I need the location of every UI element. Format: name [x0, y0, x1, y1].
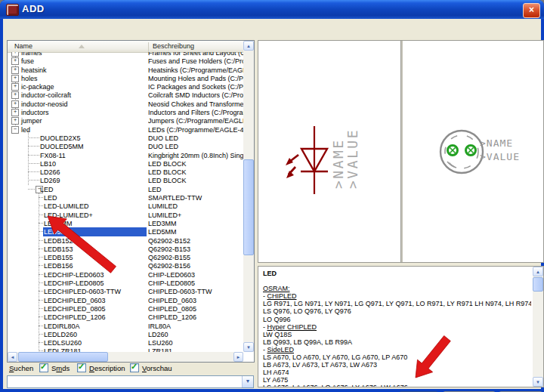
- tree-item[interactable]: FX08-11: [39, 151, 147, 159]
- scrollbar-thumb[interactable]: [18, 352, 108, 362]
- tree-row[interactable]: +inductorsInductors and Filters (C:/Prog…: [8, 108, 243, 116]
- expand-icon[interactable]: +: [11, 66, 19, 74]
- tree-row[interactable]: LEDLZR181LZR181: [8, 347, 243, 352]
- tree-item[interactable]: DUOLED5MM: [39, 142, 147, 150]
- tree-row[interactable]: +fuseFuses and Fuse Holders (C:/Programm: [8, 57, 243, 65]
- collapse-icon[interactable]: −: [11, 126, 19, 134]
- tree-row[interactable]: LEDCHIP-LED0603CHIP-LED0603: [8, 270, 243, 279]
- tree-item[interactable]: LED: [43, 193, 147, 202]
- tree-row[interactable]: LEDCHIPLED_0603CHIPLED_0603: [8, 296, 243, 304]
- scroll-left-icon[interactable]: ◄: [8, 352, 17, 362]
- expand-icon[interactable]: +: [11, 83, 19, 91]
- tree-row[interactable]: +inductor-neosidNeosid Chokes and Transf…: [8, 100, 243, 108]
- tree-row[interactable]: +jumperJumpers (C:/Programme/EAGLE-4.16r…: [8, 116, 243, 125]
- tree-item[interactable]: LED: [39, 185, 147, 193]
- tree-item[interactable]: LED-LUMILED+: [43, 211, 147, 219]
- tree-item[interactable]: jumper: [20, 116, 147, 125]
- search-combobox[interactable]: ▼: [7, 375, 254, 388]
- tree-row[interactable]: LEDSMARTLED-TTW: [8, 193, 243, 202]
- tree-item[interactable]: LEDCHIP-LED0603: [43, 270, 147, 279]
- column-header-name[interactable]: Name: [14, 42, 32, 50]
- checkbox-description[interactable]: ✓: [77, 363, 86, 372]
- scroll-right-icon[interactable]: ►: [233, 352, 243, 362]
- tree-row[interactable]: LEDLD260LD260: [8, 330, 243, 338]
- tree-item[interactable]: LEDCHIP-LED0805: [43, 279, 147, 287]
- expand-icon[interactable]: +: [11, 57, 19, 65]
- tree-item[interactable]: holes: [20, 74, 147, 82]
- tree-row[interactable]: LEDB156Q62902-B156: [8, 261, 243, 270]
- tree-item[interactable]: LEDCHIPLED-0603-TTW: [43, 287, 147, 295]
- tree-row[interactable]: LEDCHIPLED_0805CHIPLED_0805: [8, 304, 243, 313]
- close-button[interactable]: ×: [523, 3, 540, 18]
- tree-vertical-scrollbar[interactable]: ▲ ▼: [243, 41, 254, 352]
- tree-row[interactable]: DUOLED2X5DUO LED: [8, 134, 243, 142]
- scroll-down-icon[interactable]: ▼: [243, 342, 254, 352]
- tree-row[interactable]: LB10LED BLOCK: [8, 159, 243, 168]
- tree-row[interactable]: −ledLEDs (C:/Programme/EAGLE-4.16r1/lb: [8, 125, 243, 134]
- scrollbar-thumb[interactable]: [243, 159, 254, 255]
- checkbox-vorschau[interactable]: ✓: [130, 363, 139, 372]
- scroll-up-icon[interactable]: ▲: [243, 41, 254, 51]
- tree-item[interactable]: LEDCHIPLED_0603: [43, 296, 147, 304]
- tree-row[interactable]: LEDLSU260LSU260: [8, 338, 243, 347]
- tree-row[interactable]: LEDB153Q62902-B153: [8, 245, 243, 253]
- tree-item[interactable]: LEDB152: [43, 236, 147, 245]
- tree-item[interactable]: LEDB156: [43, 261, 147, 270]
- tree-item[interactable]: LEDIRL80A: [43, 322, 147, 330]
- tree-item[interactable]: ic-package: [20, 82, 147, 91]
- expand-icon[interactable]: +: [11, 75, 19, 82]
- expand-icon[interactable]: +: [11, 52, 19, 57]
- checkbox-smds[interactable]: ✓: [39, 363, 48, 372]
- tree-row[interactable]: LEDIRL80AIRL80A: [8, 322, 243, 330]
- tree-row[interactable]: LEDCHIP-LED0805CHIP-LED0805: [8, 279, 243, 287]
- tree-item[interactable]: inductors: [20, 108, 147, 116]
- scroll-up-icon[interactable]: ▲: [533, 267, 543, 276]
- tree-item[interactable]: fuse: [20, 57, 147, 65]
- tree-item[interactable]: DUOLED2X5: [39, 134, 147, 142]
- tree-row[interactable]: LED-LUMILED+LUMILED+: [8, 211, 243, 219]
- tree-item[interactable]: LED3MM: [43, 219, 147, 227]
- tree-item[interactable]: inductor-coilcraft: [20, 91, 147, 99]
- expand-icon[interactable]: +: [11, 109, 19, 116]
- tree-row[interactable]: −LEDLED: [8, 185, 243, 193]
- tree-row[interactable]: LD269LED BLOCK: [8, 176, 243, 184]
- tree-row[interactable]: +holesMounting Holes and Pads (C:/Progra…: [8, 74, 243, 82]
- tree-row[interactable]: LEDCHIPLED_1206CHIPLED_1206: [8, 313, 243, 321]
- tree-row[interactable]: +heatsinkHeatsinks (C:/Programme/EAGLE-4…: [8, 66, 243, 74]
- column-header-description[interactable]: Beschreibung: [148, 42, 194, 52]
- tree-row[interactable]: +ic-packageIC Packages and Sockets (C:/P…: [8, 82, 243, 91]
- tree-item-selected[interactable]: LED5MM: [43, 227, 147, 236]
- tree-item[interactable]: inductor-neosid: [20, 100, 147, 108]
- tree-item[interactable]: LEDCHIPLED_0805: [43, 304, 147, 313]
- tree-horizontal-scrollbar[interactable]: ◄ ►: [8, 352, 243, 362]
- tree-item[interactable]: LD269: [39, 176, 147, 184]
- expand-icon[interactable]: +: [11, 91, 19, 99]
- tree-item[interactable]: LB10: [39, 159, 147, 168]
- tree-item[interactable]: LEDB153: [43, 245, 147, 253]
- tree-row[interactable]: FX08-11Kingbright 20mm (0.8Inch) Single …: [8, 151, 243, 159]
- expand-icon[interactable]: +: [11, 117, 19, 125]
- tree-row[interactable]: LEDCHIPLED-0603-TTWCHIPLED-0603-TTW: [8, 287, 243, 295]
- combobox-dropdown-icon[interactable]: ▼: [242, 376, 253, 387]
- tree-item[interactable]: LEDLZR181: [43, 347, 147, 352]
- tree-item[interactable]: heatsink: [20, 66, 147, 74]
- tree-item[interactable]: LD266: [39, 168, 147, 176]
- tree-item[interactable]: LEDLSU260: [43, 338, 147, 347]
- tree-item[interactable]: led: [20, 125, 147, 134]
- tree-row[interactable]: LEDB155Q62902-B155: [8, 253, 243, 261]
- scroll-down-icon[interactable]: ▼: [533, 377, 543, 387]
- title-bar[interactable]: ADD ×: [0, 0, 544, 19]
- scrollbar-thumb[interactable]: [533, 277, 543, 292]
- expand-icon[interactable]: +: [11, 100, 19, 108]
- tree-row[interactable]: LED3MMLED3MM: [8, 219, 243, 227]
- tree-row[interactable]: LD266LED BLOCK: [8, 168, 243, 176]
- tree-item[interactable]: LEDB155: [43, 253, 147, 261]
- tree-row[interactable]: +inductor-coilcraftCoilcraft SMD Inducto…: [8, 91, 243, 99]
- tree-item[interactable]: LED-LUMILED: [43, 202, 147, 210]
- tree-item[interactable]: LEDLD260: [43, 330, 147, 338]
- tree-row[interactable]: DUOLED5MMDUO LED: [8, 142, 243, 150]
- tree-row[interactable]: LED5MMLED5MM: [8, 227, 243, 236]
- description-scrollbar[interactable]: ▲ ▼: [533, 267, 543, 387]
- tree-row[interactable]: LEDB152Q62902-B152: [8, 236, 243, 245]
- tree-row[interactable]: LED-LUMILEDLUMILED: [8, 202, 243, 210]
